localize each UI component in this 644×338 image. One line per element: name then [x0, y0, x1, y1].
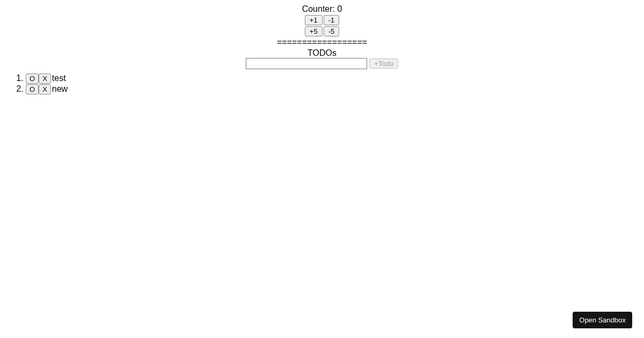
todo-text: new	[52, 84, 68, 93]
list-item: OXnew	[26, 84, 640, 94]
todo-list: OXtest OXnew	[4, 74, 640, 94]
counter-display: Counter: 0	[4, 4, 640, 14]
counter-section: Counter: 0 +1-1 +5-5 ================== …	[4, 4, 640, 69]
list-item: OXtest	[26, 74, 640, 84]
todo-delete-button[interactable]: X	[39, 84, 51, 94]
section-separator: ==================	[4, 38, 640, 47]
todo-toggle-button[interactable]: O	[26, 84, 39, 94]
add-todo-button[interactable]: +Todo	[369, 58, 398, 69]
decrement-1-button[interactable]: -1	[324, 15, 340, 25]
increment-5-button[interactable]: +5	[305, 26, 323, 36]
decrement-5-button[interactable]: -5	[324, 26, 340, 36]
todos-title: TODOs	[4, 48, 640, 58]
counter-row-1: +1-1	[4, 15, 640, 25]
todo-input-row: +Todo	[4, 58, 640, 69]
todo-text: test	[52, 74, 66, 83]
todo-input[interactable]	[246, 58, 367, 69]
counter-value: 0	[337, 4, 342, 13]
todo-toggle-button[interactable]: O	[26, 74, 39, 84]
open-sandbox-button[interactable]: Open Sandbox	[573, 312, 632, 328]
counter-row-2: +5-5	[4, 26, 640, 36]
counter-label: Counter:	[302, 4, 338, 13]
todo-delete-button[interactable]: X	[39, 74, 51, 84]
increment-1-button[interactable]: +1	[305, 15, 323, 25]
